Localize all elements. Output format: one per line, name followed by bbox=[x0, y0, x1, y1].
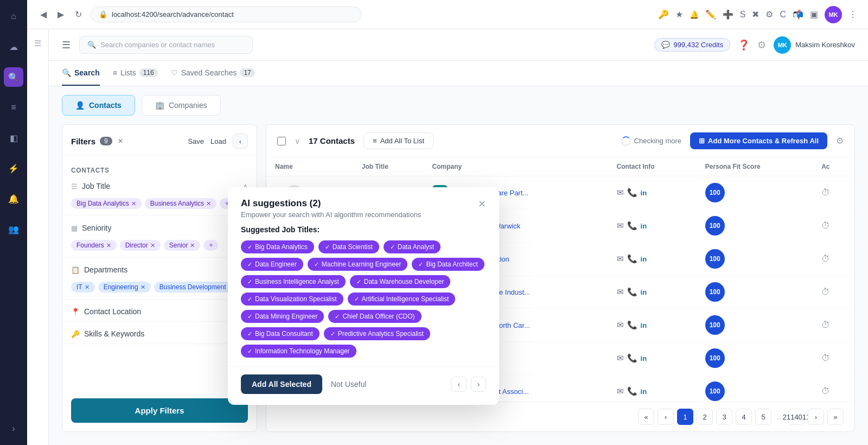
browser-back-btn[interactable]: ◀ bbox=[38, 7, 49, 22]
help-icon[interactable]: ❓ bbox=[738, 39, 750, 51]
sec-menu-icon[interactable]: ☰ bbox=[30, 36, 46, 51]
suggestion-tag-12[interactable]: ✓Big Data Consultant bbox=[241, 327, 320, 340]
job-tag-big-data[interactable]: Big Data Analytics ✕ bbox=[71, 198, 142, 209]
col-action[interactable]: Ac bbox=[813, 157, 854, 176]
results-settings-icon[interactable]: ⚙ bbox=[836, 136, 844, 146]
companies-toggle-btn[interactable]: 🏢 Companies bbox=[142, 95, 221, 116]
email-icon-3[interactable]: ✉ bbox=[617, 287, 624, 297]
filters-collapse-btn[interactable]: ‹ bbox=[233, 134, 248, 149]
email-icon-5[interactable]: ✉ bbox=[617, 353, 624, 363]
linkedin-icon-1[interactable]: in bbox=[641, 222, 647, 230]
sidebar-icon-cloud[interactable]: ☁ bbox=[4, 37, 23, 56]
suggestion-tag-1[interactable]: ✓Data Scientist bbox=[318, 240, 379, 253]
email-icon-4[interactable]: ✉ bbox=[617, 320, 624, 330]
modal-add-all-btn[interactable]: Add All Selected bbox=[241, 374, 322, 394]
dept-bizdev[interactable]: Business Development ✕ bbox=[154, 282, 239, 293]
linkedin-icon-0[interactable]: in bbox=[641, 189, 647, 197]
seniority-founders-remove[interactable]: ✕ bbox=[106, 242, 111, 249]
browser-reload-btn[interactable]: ↻ bbox=[73, 7, 84, 22]
page-3-btn[interactable]: 3 bbox=[716, 409, 732, 425]
page-last-num-btn[interactable]: 2114011 bbox=[788, 409, 805, 425]
page-prev-btn[interactable]: ‹ bbox=[658, 409, 674, 425]
job-tag-business-analytics[interactable]: Business Analytics ✕ bbox=[145, 198, 216, 209]
row-action-icon-5[interactable]: ⏱ bbox=[821, 353, 830, 363]
suggestion-tag-2[interactable]: ✓Data Analyst bbox=[384, 240, 441, 253]
page-2-btn[interactable]: 2 bbox=[697, 409, 713, 425]
suggestion-tag-3[interactable]: ✓Data Engineer bbox=[241, 258, 303, 271]
modal-nav-prev[interactable]: ‹ bbox=[451, 377, 467, 392]
filters-clear-x[interactable]: ✕ bbox=[118, 137, 123, 145]
suggestion-tag-0[interactable]: ✓Big Data Analytics bbox=[241, 240, 314, 253]
modal-not-useful-btn[interactable]: Not Useful bbox=[331, 380, 366, 389]
suggestion-tag-13[interactable]: ✓Predictive Analytics Specialist bbox=[324, 327, 430, 340]
add-more-contacts-btn[interactable]: ⊞ Add More Contacts & Refresh All bbox=[690, 132, 827, 149]
page-4-btn[interactable]: 4 bbox=[736, 409, 752, 425]
browser-forward-btn[interactable]: ▶ bbox=[55, 7, 66, 22]
sidebar-icon-bolt[interactable]: ⚡ bbox=[4, 158, 23, 178]
suggestion-tag-14[interactable]: ✓Information Technology Manager bbox=[241, 345, 356, 358]
row-action-icon-4[interactable]: ⏱ bbox=[821, 320, 830, 329]
page-next-btn[interactable]: › bbox=[808, 409, 824, 425]
suggestion-tag-9[interactable]: ✓Artificial Intelligence Specialist bbox=[348, 293, 456, 306]
linkedin-icon-6[interactable]: in bbox=[641, 387, 647, 396]
suggestion-tag-11[interactable]: ✓Chief Data Officer (CDO) bbox=[328, 310, 421, 323]
email-icon-0[interactable]: ✉ bbox=[617, 188, 624, 198]
page-end-btn[interactable]: » bbox=[827, 409, 844, 425]
row-action-icon-3[interactable]: ⏱ bbox=[821, 287, 830, 296]
sidebar-icon-layers[interactable]: ◧ bbox=[4, 128, 23, 148]
page-1-btn[interactable]: 1 bbox=[677, 409, 693, 425]
row-action-icon-2[interactable]: ⏱ bbox=[821, 254, 830, 263]
seniority-founders[interactable]: Founders ✕ bbox=[71, 240, 117, 251]
phone-icon-3[interactable]: 📞 bbox=[627, 287, 637, 297]
suggestion-tag-5[interactable]: ✓Big Data Architect bbox=[412, 258, 484, 271]
seniority-senior[interactable]: Senior ✕ bbox=[164, 240, 201, 251]
contacts-toggle-btn[interactable]: 👤 Contacts bbox=[62, 95, 135, 116]
filters-load-btn[interactable]: Load bbox=[210, 137, 226, 145]
topbar-star-icon[interactable]: ★ bbox=[675, 9, 683, 20]
phone-icon-2[interactable]: 📞 bbox=[627, 254, 637, 264]
tab-saved-searches[interactable]: ♡ Saved Searches 17 bbox=[171, 61, 255, 86]
suggestion-tag-8[interactable]: ✓Data Visualization Specialist bbox=[241, 293, 343, 306]
sidebar-icon-home[interactable]: ⌂ bbox=[4, 7, 23, 26]
suggestion-tag-4[interactable]: ✓Machine Learning Engineer bbox=[308, 258, 408, 271]
global-search[interactable]: 🔍 Search companies or contact names bbox=[79, 36, 253, 54]
seniority-senior-remove[interactable]: ✕ bbox=[190, 242, 195, 249]
job-tag-big-data-remove[interactable]: ✕ bbox=[131, 200, 136, 207]
linkedin-icon-2[interactable]: in bbox=[641, 255, 647, 263]
email-icon-2[interactable]: ✉ bbox=[617, 254, 624, 264]
dept-it-remove[interactable]: ✕ bbox=[85, 284, 90, 291]
tab-lists[interactable]: ≡ Lists 116 bbox=[113, 61, 158, 86]
col-name[interactable]: Name bbox=[266, 157, 353, 176]
filters-save-btn[interactable]: Save bbox=[188, 137, 204, 145]
modal-nav-next[interactable]: › bbox=[471, 377, 486, 392]
linkedin-icon-4[interactable]: in bbox=[641, 321, 647, 329]
sidebar-icon-bell[interactable]: 🔔 bbox=[4, 189, 23, 208]
user-avatar[interactable]: MK bbox=[825, 6, 842, 23]
dept-engineering-remove[interactable]: ✕ bbox=[141, 284, 145, 291]
add-all-to-list-btn[interactable]: ≡ Add All To List bbox=[363, 132, 433, 149]
tab-search[interactable]: 🔍 Search bbox=[62, 61, 100, 86]
apply-filters-btn[interactable]: Apply Filters bbox=[71, 398, 248, 423]
phone-icon-1[interactable]: 📞 bbox=[627, 221, 637, 231]
select-all-checkbox[interactable] bbox=[277, 137, 286, 145]
hamburger-icon[interactable]: ☰ bbox=[62, 39, 71, 51]
col-score[interactable]: Persona Fit Score bbox=[697, 157, 813, 176]
seniority-director[interactable]: Director ✕ bbox=[120, 240, 161, 251]
settings-icon[interactable]: ⚙ bbox=[757, 39, 766, 51]
col-contact-info[interactable]: Contact Info bbox=[608, 157, 697, 176]
page-5-btn[interactable]: 5 bbox=[755, 409, 771, 425]
dept-it[interactable]: IT ✕ bbox=[71, 282, 95, 293]
phone-icon-5[interactable]: 📞 bbox=[627, 353, 637, 363]
row-action-icon-1[interactable]: ⏱ bbox=[821, 221, 830, 230]
suggestion-tag-10[interactable]: ✓Data Mining Engineer bbox=[241, 310, 324, 323]
email-icon-6[interactable]: ✉ bbox=[617, 386, 624, 396]
url-bar[interactable]: 🔒 localhost:4200/search/advance/contact bbox=[91, 7, 362, 22]
col-job-title[interactable]: Job Title bbox=[353, 157, 424, 176]
page-first-btn[interactable]: « bbox=[638, 409, 654, 425]
linkedin-icon-5[interactable]: in bbox=[641, 354, 647, 363]
phone-icon-4[interactable]: 📞 bbox=[627, 320, 637, 330]
select-dropdown-arrow[interactable]: ∨ bbox=[295, 137, 300, 145]
sidebar-icon-expand[interactable]: › bbox=[4, 419, 23, 438]
row-action-icon-0[interactable]: ⏱ bbox=[821, 188, 830, 197]
row-action-icon-6[interactable]: ⏱ bbox=[821, 386, 830, 396]
